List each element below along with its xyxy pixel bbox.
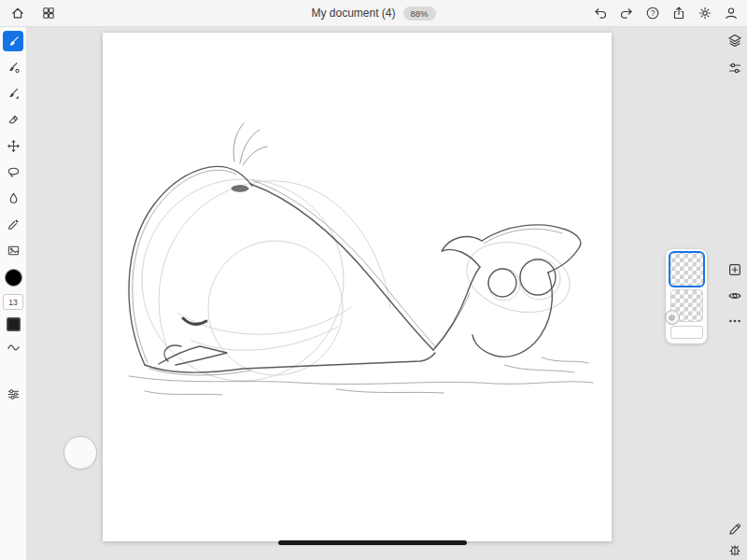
color-swatch[interactable] [5,269,22,287]
touch-shortcut-button[interactable] [63,436,97,469]
layer-badge-icon [665,310,680,325]
topbar-right-group: ? [589,3,747,24]
background-layer-thumbnail[interactable] [670,326,703,339]
layer-visibility-icon[interactable] [724,285,745,306]
properties-icon[interactable] [724,57,745,78]
place-image-icon[interactable] [3,240,23,260]
workspace [26,26,747,560]
svg-text:?: ? [650,8,655,18]
document-title: My document (4) [311,7,395,20]
brush-size-box[interactable]: 13 [3,294,23,310]
tool-bar: 13 [0,26,27,560]
zoom-level-badge[interactable]: 88% [403,7,436,21]
top-bar: My document (4) 88% ? [0,0,747,27]
pixel-brush-icon[interactable] [3,31,23,51]
fill-icon[interactable] [3,188,23,208]
settings-icon[interactable] [694,3,715,24]
redo-icon[interactable] [615,3,637,24]
account-icon[interactable] [720,3,741,24]
brush-settings-icon[interactable] [3,384,23,404]
eyedropper-icon[interactable] [3,214,23,234]
live-brush-icon[interactable] [3,57,23,77]
share-icon[interactable] [668,3,689,24]
secondary-color-swatch[interactable] [7,317,21,331]
whale-sketch [103,33,612,541]
layer-thumbnail-2[interactable] [670,289,703,322]
more-options-icon[interactable] [724,310,745,331]
layers-panel [666,249,707,343]
gallery-icon[interactable] [37,3,59,24]
undo-icon[interactable] [589,3,611,24]
topbar-left-group [0,3,59,24]
home-indicator[interactable] [278,540,467,545]
lasso-icon[interactable] [3,161,23,182]
debug-icon[interactable] [724,539,745,560]
help-icon[interactable]: ? [641,3,663,24]
vector-brush-icon[interactable] [3,83,23,104]
layer-thumbnail-1[interactable] [670,253,703,286]
smoothing-icon[interactable] [3,337,23,357]
canvas-artboard[interactable] [103,33,612,541]
eraser-icon[interactable] [3,109,23,130]
move-icon[interactable] [3,135,23,156]
add-layer-icon[interactable] [724,259,745,280]
layers-icon[interactable] [724,29,745,50]
pencil-icon[interactable] [724,518,745,539]
home-icon[interactable] [7,3,28,24]
